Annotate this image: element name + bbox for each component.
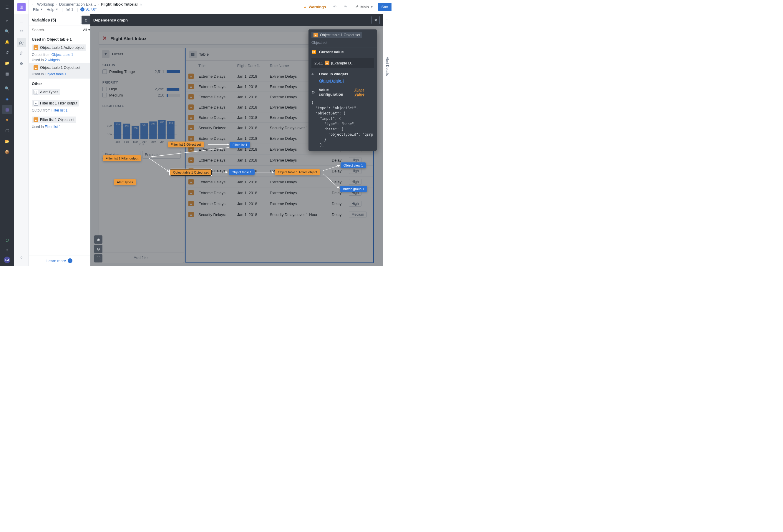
right-rail: ‹ Alert Details [383,14,392,266]
node-alert-types[interactable]: Alert Types [114,179,136,185]
import-icon[interactable]: ⇵ [17,48,26,58]
folder2-icon[interactable]: 📂 [2,136,12,146]
workshop-icon[interactable]: ▥ [2,105,12,114]
variables-panel: Variables (5) + All▼ Used in Object tabl… [29,14,90,266]
folder-icon: ▭ [32,2,35,6]
file-menu[interactable]: File▼ [32,7,44,12]
link-object-table2[interactable]: Object table 1 [45,72,66,76]
var-active-object[interactable]: ▲Object table 1 Active object [32,44,86,51]
graph-toggle-button[interactable]: ⎌ [82,15,90,25]
node-filter-object-set[interactable]: Filter list 1 Object set [168,141,204,147]
folder-icon[interactable]: 📁 [2,58,12,68]
monitor-icon[interactable]: 🖵 [2,126,12,135]
learn-more-link[interactable]: Learn morei [29,255,90,266]
app-left-rail: ☰ ⌂ 🔍 🔔 ↺ 📁 ▦ 🔍 ◈ ▥ ▼ 🖵 📂 📦 ⬡ ? EJ [0,0,14,266]
save-button[interactable]: Sav [378,3,392,11]
var-filter-output[interactable]: ▼Filter list 1 Filter output [32,100,79,106]
user-avatar[interactable]: EJ [4,257,10,263]
breadcrumb-parent[interactable]: Documentation Exa… [59,2,96,6]
shape-icon[interactable]: ⬡ [2,235,12,245]
inspector-code: { "type": "objectSet", "objectSet": { "i… [311,100,374,148]
close-graph-button[interactable]: ✕ [372,16,380,24]
node-object-set[interactable]: Object table 1 Object set [170,169,212,176]
variables-filter[interactable]: All▼ [83,28,90,32]
chevron-left-icon[interactable]: ‹ [386,17,388,22]
help2-icon[interactable]: ? [17,253,26,263]
settings-icon[interactable]: ⚙ [17,59,26,68]
node-object-view[interactable]: Object view 1 [341,162,366,168]
panel-icon[interactable]: ▭ [17,16,26,26]
node-object-table[interactable]: Object table 1 [229,169,255,175]
breadcrumb: ▭ Workshop› Documentation Exa…› Flight I… [32,2,298,6]
version-tag[interactable]: ✓v0.7.0* [81,7,97,11]
users-count[interactable]: 🏛1 [65,7,74,12]
zoom-fit-button[interactable]: ⛶ [94,254,102,263]
alert-details-tab[interactable]: Alert Details [385,57,389,76]
star-icon[interactable]: ☆ [139,2,143,6]
variables-icon[interactable]: (x) [17,38,26,47]
link-widgets[interactable]: 2 widgets [45,58,60,62]
node-button-group[interactable]: Button group 1 [340,186,367,192]
help-icon[interactable]: ? [2,246,12,256]
home-icon[interactable]: ⌂ [2,16,12,25]
current-value: 2511▲[Example D… [311,58,374,68]
variables-search[interactable] [32,28,81,32]
undo-icon[interactable]: ↶ [331,3,339,11]
zoom-controls: ⊕ ⊖ ⛶ [94,235,102,263]
cube-icon[interactable]: ◈ [2,94,12,104]
link-object-table[interactable]: Object table 1 [52,53,73,57]
var-alert-types[interactable]: [·]Alert Types [32,89,60,95]
variables-title: Variables (5) [32,18,56,22]
play-icon: ⏩ [311,50,317,54]
bell-icon[interactable]: 🔔 [2,37,12,46]
graph-header: Dependency graph ✕ [90,14,383,26]
group-other: Other [29,78,90,88]
var-object-set[interactable]: ▲Object table 1 Object set [32,64,82,71]
breadcrumb-workshop[interactable]: Workshop [37,2,54,6]
enter-icon: ⎆ [311,72,317,76]
help-menu[interactable]: Help▼ [45,7,59,12]
secondary-rail: ▭ ☷ (x) ⇵ ⚙ ? [14,14,29,266]
zoom-out-button[interactable]: ⊖ [94,245,102,253]
apps-icon[interactable]: ▦ [2,69,12,78]
inspector-chip[interactable]: ▲Object table 1 Object set [311,32,363,38]
top-bar: ▥ ▭ Workshop› Documentation Exa…› Flight… [14,0,392,14]
node-filter-list[interactable]: Filter list 1 [229,142,250,148]
warnings-button[interactable]: ▲Warnings [301,3,328,10]
pipeline-icon[interactable]: ▼ [2,115,12,125]
clear-value-button[interactable]: Clear value [355,88,374,97]
data-icon[interactable]: 🔍 [2,84,12,93]
menu-icon[interactable]: ☰ [2,2,12,12]
search-icon[interactable]: 🔍 [2,27,12,36]
zoom-in-button[interactable]: ⊕ [94,235,102,244]
group-used: Used in Object table 1 [29,34,90,43]
page-title: Flight Inbox Tutorial [101,2,137,6]
sliders-icon: ⚙ [311,90,316,95]
layers-icon[interactable]: ☷ [17,27,26,36]
history-icon[interactable]: ↺ [2,48,12,57]
node-filter-output[interactable]: Filter list 1 Filter output [103,155,141,161]
branch-selector[interactable]: ⎇Main▼ [352,3,375,10]
link-filter-list[interactable]: Filter list 1 [52,108,68,112]
app-icon: ▥ [14,0,29,14]
inspector-link[interactable]: Object table 1 [319,78,344,83]
redo-icon[interactable]: ↷ [341,3,349,11]
node-active-object[interactable]: Object table 1 Active object [275,169,320,175]
link-filter-list2[interactable]: Filter list 1 [45,125,61,129]
box-icon[interactable]: 📦 [2,147,12,157]
inspector-panel: ▲Object table 1 Object set Object set ⏩C… [309,29,377,151]
var-filter-object-set[interactable]: ▲Filter list 1 Object set [32,117,76,123]
